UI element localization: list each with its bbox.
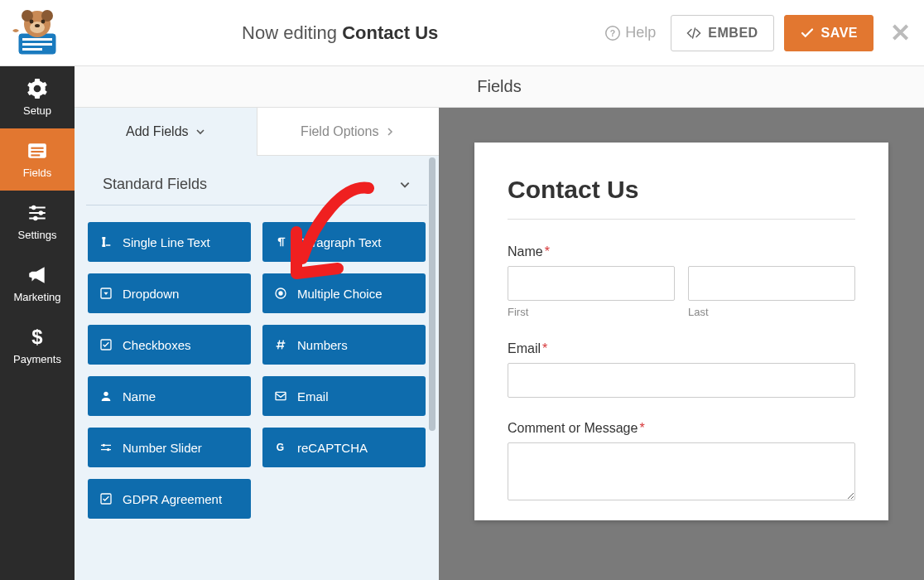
save-button[interactable]: SAVE [784,15,873,51]
tab-label: Field Options [301,124,378,139]
field-checkboxes[interactable]: Checkboxes [88,325,251,365]
svg-rect-3 [22,48,42,51]
main-area: Setup Fields Settings Marketing $ Paymen… [0,66,924,580]
field-dropdown[interactable]: Dropdown [88,273,251,313]
embed-button[interactable]: EMBED [671,15,773,51]
user-icon [99,389,113,403]
builder-section-title: Fields [75,66,924,108]
last-name-input[interactable] [688,266,855,301]
svg-point-19 [33,216,37,220]
help-label: Help [625,24,656,41]
comment-textarea[interactable] [508,442,855,500]
field-buttons-grid: Single Line Text Paragraph Text Dropdown… [75,205,439,535]
envelope-icon [274,389,287,403]
sliders-h-icon [99,441,113,454]
required-asterisk: * [542,341,547,355]
svg-rect-15 [31,151,43,152]
field-multiple-choice[interactable]: Multiple Choice [262,273,426,313]
scroll-thumb[interactable] [429,157,436,431]
field-label-name: Name* [508,244,855,259]
svg-point-23 [278,291,282,295]
field-numbers[interactable]: Numbers [262,325,426,365]
check-square-icon [99,492,113,505]
google-g-icon: G [274,441,287,454]
name-field-row: First Last [508,266,855,318]
svg-point-8 [30,19,34,23]
tab-add-fields[interactable]: Add Fields [75,108,257,156]
first-name-input[interactable] [508,266,675,301]
bullhorn-icon [26,264,48,286]
required-asterisk: * [639,421,644,435]
field-email[interactable]: Email [262,376,426,416]
builder-area: Fields Add Fields Field Options Standard… [75,66,924,580]
hash-icon [274,338,287,351]
sidebar-item-label: Settings [18,229,57,241]
sidebar-item-fields[interactable]: Fields [0,128,75,191]
svg-point-27 [103,444,105,447]
svg-rect-26 [276,392,286,399]
panel-scrollbar[interactable] [429,108,437,580]
list-icon [26,140,48,162]
svg-point-17 [31,205,36,210]
email-input[interactable] [508,363,855,398]
code-icon [686,26,701,41]
sidebar-item-payments[interactable]: $ Payments [0,315,75,377]
top-bar: Now editing Contact Us ? Help EMBED SAVE… [0,0,924,66]
sidebar-item-label: Setup [23,104,51,117]
close-icon[interactable]: ✕ [890,18,911,47]
tab-field-options[interactable]: Field Options [257,108,440,156]
first-name-sublabel: First [508,306,675,318]
svg-rect-1 [22,38,52,41]
field-paragraph-text[interactable]: Paragraph Text [262,222,426,262]
svg-point-18 [39,210,43,215]
sidebar-item-label: Payments [13,353,61,365]
app-logo [0,0,75,65]
form-preview-area: Contact Us Name* First Last [439,108,924,580]
svg-point-25 [103,392,108,396]
divider [508,219,855,220]
field-label-comment: Comment or Message* [508,421,855,436]
sliders-icon [26,202,48,224]
tab-label: Add Fields [126,124,189,139]
panel-tabs: Add Fields Field Options [75,108,439,156]
sidebar-item-settings[interactable]: Settings [0,191,75,253]
cog-icon [26,78,48,99]
field-group-header[interactable]: Standard Fields [86,156,427,205]
text-cursor-icon [99,235,113,249]
sidebar: Setup Fields Settings Marketing $ Paymen… [0,66,75,580]
group-header-label: Standard Fields [103,176,207,193]
caret-square-icon [99,287,113,300]
required-asterisk: * [545,244,550,259]
svg-point-9 [41,19,46,23]
now-editing-label: Now editing [242,22,337,43]
preview-form-title: Contact Us [508,176,855,204]
field-name[interactable]: Name [88,376,251,416]
svg-rect-16 [31,154,40,156]
svg-point-10 [35,24,40,27]
help-link[interactable]: ? Help [605,24,656,41]
svg-text:?: ? [610,27,615,37]
field-recaptcha[interactable]: G reCAPTCHA [262,428,426,467]
chevron-right-icon [385,127,395,137]
form-preview-card: Contact Us Name* First Last [474,143,888,520]
chevron-down-icon [399,179,411,191]
builder-columns: Add Fields Field Options Standard Fields [75,108,924,580]
sidebar-item-label: Marketing [13,291,60,303]
field-single-line-text[interactable]: Single Line Text [88,222,251,262]
chevron-down-icon [195,127,205,137]
field-label-email: Email* [508,341,855,356]
page-title: Now editing Contact Us [75,22,605,44]
svg-text:$: $ [31,326,42,348]
svg-rect-2 [22,43,52,46]
svg-text:G: G [277,442,284,453]
field-number-slider[interactable]: Number Slider [88,428,251,467]
svg-rect-14 [31,147,43,149]
last-name-sublabel: Last [688,306,855,318]
fields-panel: Add Fields Field Options Standard Fields [75,108,439,580]
form-name: Contact Us [342,22,438,43]
sidebar-item-setup[interactable]: Setup [0,66,75,128]
check-icon [800,26,815,41]
sidebar-item-marketing[interactable]: Marketing [0,253,75,315]
field-gdpr-agreement[interactable]: GDPR Agreement [88,479,251,519]
check-square-icon [99,338,113,351]
